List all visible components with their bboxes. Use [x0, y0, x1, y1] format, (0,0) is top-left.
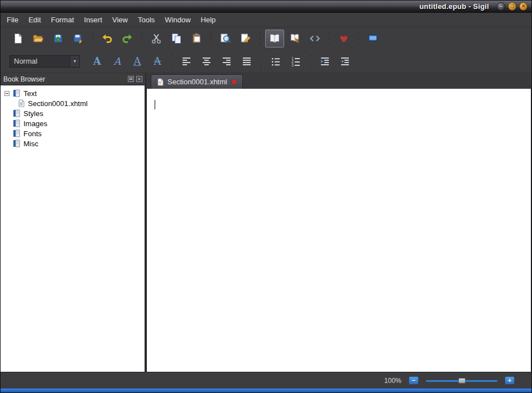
editor-content[interactable] — [146, 89, 531, 372]
dock-float-button[interactable] — [128, 76, 134, 82]
tree-item-styles[interactable]: Styles — [1, 108, 145, 118]
close-button[interactable]: ✕ — [519, 2, 528, 11]
zoom-in-button[interactable]: + — [505, 376, 515, 385]
underline-button[interactable]: A — [128, 52, 147, 70]
tree-item-label: Images — [23, 119, 47, 128]
save-as-icon — [72, 32, 84, 45]
code-view-button[interactable] — [305, 30, 324, 47]
folder-book-icon — [12, 109, 21, 117]
maximize-button[interactable]: □ — [508, 2, 516, 11]
align-justify-icon — [241, 56, 252, 67]
cut-button[interactable] — [147, 30, 166, 47]
book-view-button[interactable] — [265, 30, 284, 47]
tab-file-icon — [156, 78, 164, 86]
collapse-icon[interactable] — [4, 91, 9, 96]
main-toolbar — [1, 27, 531, 50]
preview-button[interactable] — [363, 30, 382, 47]
bullet-list-button[interactable] — [266, 52, 285, 70]
window-controls: – □ ✕ — [497, 2, 528, 11]
close-icon: ✕ — [521, 4, 526, 9]
strikethrough-button[interactable]: A — [148, 52, 167, 70]
heart-icon — [338, 32, 350, 45]
minimize-button[interactable]: – — [497, 2, 505, 11]
book-browser-tree[interactable]: Text Section0001.xhtml Styles Images — [1, 85, 145, 372]
book-browser-panel: Book Browser ✕ Text Section0001.xhtml S — [1, 73, 146, 372]
align-justify-button[interactable] — [237, 52, 256, 70]
svg-text:3: 3 — [291, 63, 294, 67]
align-left-button[interactable] — [177, 52, 196, 70]
toolbar-separator — [171, 55, 172, 68]
menu-format[interactable]: Format — [46, 13, 79, 26]
tree-item-images[interactable]: Images — [1, 118, 145, 128]
zoom-out-button[interactable]: − — [409, 376, 419, 385]
menu-window[interactable]: Window — [160, 13, 195, 26]
strikethrough-icon: A — [154, 55, 161, 67]
find-replace-button[interactable] — [216, 30, 235, 47]
folder-book-icon — [12, 130, 21, 137]
chevron-down-icon: ▼ — [70, 56, 79, 67]
maximize-icon: □ — [511, 4, 514, 9]
tree-item-label: Text — [23, 89, 37, 98]
folder-book-icon — [12, 119, 21, 127]
tree-item-fonts[interactable]: Fonts — [1, 128, 145, 138]
bold-button[interactable]: A — [88, 52, 107, 70]
align-right-icon — [221, 56, 232, 67]
numbered-list-button[interactable]: 123 — [286, 52, 305, 70]
numbered-list-icon: 123 — [290, 56, 301, 67]
window-title: untitled.epub - Sigil — [419, 2, 489, 11]
align-center-button[interactable] — [197, 52, 216, 70]
tree-item-text[interactable]: Text — [1, 88, 145, 98]
toolbar-separator — [92, 32, 93, 45]
menubar: File Edit Format Insert View Tools Windo… — [1, 13, 531, 27]
minimize-icon: – — [500, 4, 502, 9]
donate-button[interactable] — [334, 30, 353, 47]
open-folder-icon — [32, 32, 44, 45]
tab-bar: Section0001.xhtml ✖ — [146, 73, 531, 89]
split-view-button[interactable] — [285, 30, 304, 47]
tab-label: Section0001.xhtml — [167, 78, 227, 86]
toolbar-separator — [310, 55, 311, 68]
italic-button[interactable]: A — [108, 52, 127, 70]
menu-tools[interactable]: Tools — [133, 13, 160, 26]
sigil-window: untitled.epub - Sigil – □ ✕ File Edit Fo… — [0, 0, 532, 393]
tree-item-label: Fonts — [23, 130, 42, 138]
toolbar-separator — [141, 32, 142, 45]
toolbar-separator — [329, 32, 330, 45]
save-as-button[interactable] — [69, 30, 88, 47]
indent-button[interactable] — [336, 52, 354, 70]
code-brackets-icon — [309, 32, 321, 45]
menu-help[interactable]: Help — [196, 13, 221, 26]
folder-book-icon — [12, 89, 21, 97]
new-file-button[interactable] — [8, 30, 27, 47]
tab-section0001[interactable]: Section0001.xhtml ✖ — [151, 74, 243, 89]
toolbar-separator — [210, 32, 212, 45]
paste-button[interactable] — [187, 30, 206, 47]
outdent-button[interactable] — [315, 52, 334, 70]
titlebar[interactable]: untitled.epub - Sigil – □ ✕ — [1, 1, 531, 13]
format-toolbar: Normal ▼ A A A A 123 — [1, 50, 531, 73]
menu-edit[interactable]: Edit — [23, 13, 46, 26]
zoom-slider-handle[interactable] — [458, 378, 466, 384]
zoom-slider[interactable] — [426, 377, 497, 385]
tab-close-icon[interactable]: ✖ — [231, 78, 237, 86]
split-book-icon — [289, 32, 301, 45]
align-right-button[interactable] — [217, 52, 236, 70]
style-dropdown[interactable]: Normal ▼ — [9, 55, 80, 68]
dock-close-button[interactable]: ✕ — [136, 76, 142, 82]
undo-button[interactable] — [98, 30, 117, 47]
menu-file[interactable]: File — [2, 13, 23, 26]
align-left-icon — [181, 56, 192, 67]
toolbar-separator — [358, 32, 359, 45]
tree-item-section0001[interactable]: Section0001.xhtml — [1, 98, 145, 108]
toolbar-separator — [260, 32, 261, 45]
menu-view[interactable]: View — [107, 13, 133, 26]
menu-insert[interactable]: Insert — [79, 13, 108, 26]
open-file-button[interactable] — [28, 30, 47, 47]
copy-button[interactable] — [167, 30, 186, 47]
main-area: Book Browser ✕ Text Section0001.xhtml S — [1, 73, 531, 372]
save-button[interactable] — [49, 30, 68, 47]
redo-button[interactable] — [118, 30, 137, 47]
tree-item-misc[interactable]: Misc — [1, 138, 145, 148]
metadata-editor-button[interactable] — [236, 30, 255, 47]
book-browser-header: Book Browser ✕ — [1, 73, 145, 85]
